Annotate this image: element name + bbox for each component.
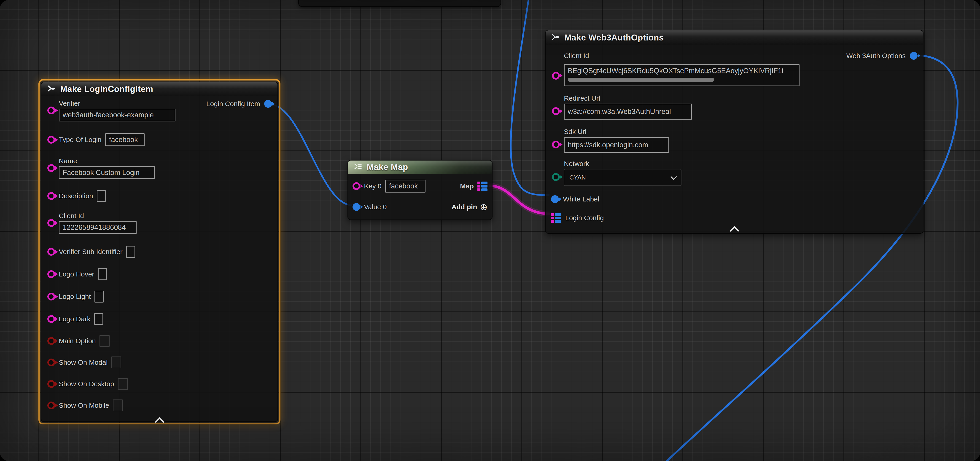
description-pin[interactable] xyxy=(47,192,55,200)
pin-row-logo-hover: Logo Hover xyxy=(47,268,272,280)
login-config-item-pin-list: Verifierweb3auth-facebook-exampleType Of… xyxy=(41,100,277,412)
map-output-pin[interactable] xyxy=(477,181,487,191)
verifier-field[interactable]: web3auth-facebook-example xyxy=(59,109,175,121)
show-on-modal-label: Show On Modal xyxy=(59,359,108,366)
logo-light-field[interactable] xyxy=(94,291,103,302)
collapse-node-chevron-icon[interactable] xyxy=(730,226,739,235)
client-id-field[interactable]: BEglQSgt4cUWcj6SKRdu5QkOXTsePmMcusG5EAoy… xyxy=(564,64,800,86)
sdk-url-label: Sdk Url xyxy=(564,128,669,136)
wire-map-glow xyxy=(488,186,550,214)
add-pin-icon: ⊕ xyxy=(480,202,487,211)
client-id-pin[interactable] xyxy=(552,72,560,79)
pin-row-verifier-sub-identifier: Verifier Sub Identifier xyxy=(47,246,272,258)
pin-row-main-option: Main Option xyxy=(47,335,272,347)
verifier-sub-identifier-pin[interactable] xyxy=(47,248,55,256)
node-make-web3authoptions[interactable]: Make Web3AuthOptions Client Id Web 3Auth… xyxy=(545,30,923,234)
main-option-label: Main Option xyxy=(59,337,96,345)
client-id-label: Client Id xyxy=(564,52,589,60)
network-label: Network xyxy=(564,160,681,168)
white-label-row: White Label xyxy=(551,195,918,204)
main-option-pin[interactable] xyxy=(47,337,55,345)
type-of-login-value: facebook xyxy=(109,136,138,144)
pin-row-show-on-mobile: Show On Mobile xyxy=(47,399,272,412)
logo-dark-pin[interactable] xyxy=(47,315,55,323)
node-title: Make Web3AuthOptions xyxy=(564,33,664,43)
login-config-label: Login Config xyxy=(565,214,604,222)
verifier-label: Verifier xyxy=(59,100,175,107)
collapse-row xyxy=(551,227,918,234)
pin-row-name: NameFacebook Custom Login xyxy=(47,157,272,179)
sdk-url-value: https://sdk.openlogin.com xyxy=(568,141,648,149)
logo-hover-label: Logo Hover xyxy=(59,270,94,278)
pin-row-client-id: Client Id1222658941886084 xyxy=(47,212,272,234)
redirect-url-label: Redirect Url xyxy=(564,94,692,102)
collapse-node-chevron-icon[interactable] xyxy=(154,417,164,427)
main-option-checkbox[interactable] xyxy=(100,335,110,347)
redirect-url-value: w3a://com.w3a.Web3AuthUnreal xyxy=(568,108,671,116)
node-title: Make Map xyxy=(367,162,408,172)
blueprint-graph-canvas[interactable]: Make LoginConfigItem Login Config Item V… xyxy=(0,0,980,461)
description-label: Description xyxy=(59,192,93,200)
login-config-pin[interactable] xyxy=(551,213,561,223)
dropdown-chevron-icon xyxy=(670,173,677,180)
show-on-modal-pin[interactable] xyxy=(47,359,55,366)
show-on-desktop-pin[interactable] xyxy=(47,380,55,388)
white-label-label: White Label xyxy=(563,195,599,203)
logo-light-label: Logo Light xyxy=(59,293,91,300)
value0-pin[interactable] xyxy=(353,203,360,211)
make-struct-icon xyxy=(46,84,57,94)
network-dropdown[interactable]: CYAN xyxy=(564,169,681,186)
key0-field[interactable]: facebook xyxy=(385,180,425,192)
offscreen-node-fragment[interactable] xyxy=(298,0,501,7)
show-on-mobile-checkbox[interactable] xyxy=(113,399,123,412)
show-on-modal-checkbox[interactable] xyxy=(111,356,121,369)
redirect-url-pin[interactable] xyxy=(552,107,560,115)
client-id-pin[interactable] xyxy=(47,219,55,227)
sdk-url-pin[interactable] xyxy=(552,141,560,148)
name-pin[interactable] xyxy=(47,164,55,172)
node-header[interactable]: Make LoginConfigItem xyxy=(41,82,277,96)
pin-row-type-of-login: Type Of Loginfacebook xyxy=(47,133,272,146)
wire-loginconfigitem-to-value0[interactable] xyxy=(270,105,352,205)
network-pin[interactable] xyxy=(552,173,560,181)
node-header[interactable]: Make Web3AuthOptions xyxy=(546,30,923,45)
client-id-value: 1222658941886084 xyxy=(63,223,126,232)
network-value: CYAN xyxy=(570,174,586,181)
key0-pin[interactable] xyxy=(353,182,360,190)
type-of-login-pin[interactable] xyxy=(47,136,55,144)
pin-row-show-on-modal: Show On Modal xyxy=(47,356,272,369)
web3auth-options-output-pin[interactable] xyxy=(910,52,918,60)
client-id-value: BEglQSgt4cUWcj6SKRdu5QkOXTsePmMcusG5EAoy… xyxy=(568,67,783,75)
type-of-login-field[interactable]: facebook xyxy=(105,133,145,146)
redirect-url-field[interactable]: w3a://com.w3a.Web3AuthUnreal xyxy=(564,103,692,119)
logo-hover-pin[interactable] xyxy=(47,270,55,278)
wire-top-to-whitelabel[interactable] xyxy=(511,0,549,195)
map-output-label: Map xyxy=(460,182,474,190)
show-on-mobile-pin[interactable] xyxy=(47,402,55,409)
add-pin-button[interactable]: Add pin ⊕ xyxy=(452,202,487,211)
make-map-icon xyxy=(353,162,363,172)
verifier-pin[interactable] xyxy=(47,107,55,114)
pin-row-show-on-desktop: Show On Desktop xyxy=(47,378,272,390)
white-label-pin[interactable] xyxy=(551,195,559,203)
login-config-row: Login Config xyxy=(551,213,918,223)
logo-hover-field[interactable] xyxy=(98,268,107,280)
show-on-desktop-label: Show On Desktop xyxy=(59,380,114,388)
client-id-field[interactable]: 1222658941886084 xyxy=(59,221,137,234)
pin-row-logo-light: Logo Light xyxy=(47,291,272,302)
show-on-desktop-checkbox[interactable] xyxy=(118,378,128,390)
verifier-sub-identifier-field[interactable] xyxy=(126,246,135,258)
client-id-scrollbar[interactable] xyxy=(568,78,714,82)
key0-value: facebook xyxy=(389,182,418,190)
logo-light-pin[interactable] xyxy=(47,293,55,300)
node-make-loginconfigitem[interactable]: Make LoginConfigItem Login Config Item V… xyxy=(41,82,278,422)
description-field[interactable] xyxy=(97,190,106,202)
name-field[interactable]: Facebook Custom Login xyxy=(59,166,155,179)
logo-dark-field[interactable] xyxy=(94,313,103,325)
node-header[interactable]: Make Map xyxy=(348,161,492,174)
verifier-value: web3auth-facebook-example xyxy=(63,111,154,119)
sdk-url-field[interactable]: https://sdk.openlogin.com xyxy=(564,137,669,153)
client-id-label: Client Id xyxy=(59,212,137,220)
node-make-map[interactable]: Make Map Key 0 facebook Map Value 0 xyxy=(347,160,493,220)
verifier-sub-identifier-label: Verifier Sub Identifier xyxy=(59,248,123,256)
